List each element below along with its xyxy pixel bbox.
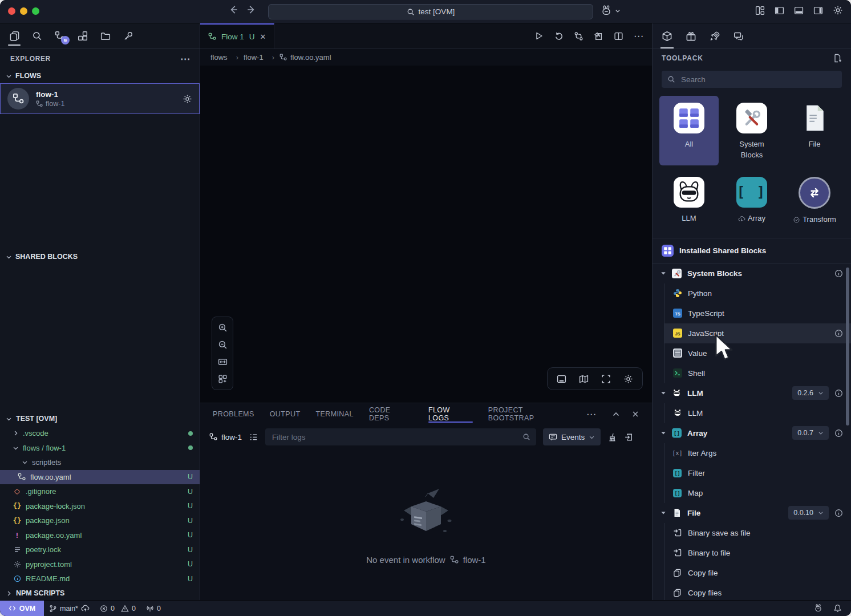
group-file[interactable]: File 0.0.10: [653, 503, 851, 523]
info-icon[interactable]: [834, 269, 843, 278]
block-item-javascript[interactable]: JS JavaScript: [664, 323, 851, 343]
events-filter-dropdown[interactable]: Events: [543, 428, 601, 445]
gift-tab-icon[interactable]: [686, 23, 696, 48]
auto-layout-icon[interactable]: [218, 374, 228, 384]
git-branch-status[interactable]: main*: [44, 604, 95, 613]
tree-item-package-lock-json[interactable]: {} package-lock.json U: [0, 499, 200, 514]
tree-item-scriptlets[interactable]: scriptlets: [0, 455, 200, 470]
minimize-window-button[interactable]: [20, 7, 27, 15]
block-item-llm[interactable]: LLM: [664, 403, 851, 423]
block-item-shell[interactable]: Shell: [664, 363, 851, 383]
block-item-python[interactable]: Python: [664, 283, 851, 303]
command-center-search[interactable]: test [OVM]: [268, 4, 593, 19]
flows-section-header[interactable]: FLOWS: [0, 68, 200, 83]
panel-more-tabs-icon[interactable]: ⋯: [586, 408, 597, 420]
search-view-icon[interactable]: [30, 26, 44, 46]
block-item-map[interactable]: [] Map: [664, 483, 851, 503]
notifications-bell-icon[interactable]: [833, 604, 842, 613]
info-icon[interactable]: [834, 509, 843, 517]
blocks-view-icon[interactable]: [75, 26, 90, 46]
close-panel-icon[interactable]: [631, 410, 639, 418]
scrollbar-thumb[interactable]: [846, 268, 849, 425]
split-editor-icon[interactable]: [614, 31, 623, 41]
tab-project-bootstrap[interactable]: PROJECT BOOTSTRAP: [488, 403, 571, 425]
rocket-tab-icon[interactable]: [710, 23, 720, 48]
run-flow-icon[interactable]: [534, 31, 544, 40]
rerun-icon[interactable]: [554, 31, 564, 41]
explorer-view-icon[interactable]: [7, 26, 22, 46]
group-llm[interactable]: LLM 0.2.6: [653, 383, 851, 403]
git-compare-icon[interactable]: [574, 31, 583, 41]
tile-llm[interactable]: LLM: [659, 170, 719, 230]
version-dropdown[interactable]: 0.2.6: [792, 386, 829, 400]
zoom-out-icon[interactable]: [218, 340, 228, 350]
tree-item-flows-flow-1[interactable]: flows / flow-1: [0, 441, 200, 456]
filter-logs-field[interactable]: [271, 432, 518, 442]
tile-transform[interactable]: Transform: [785, 170, 844, 230]
settings-gear-icon[interactable]: [833, 5, 843, 15]
group-system-blocks[interactable]: System Blocks: [653, 264, 851, 283]
minimap-icon[interactable]: [579, 374, 589, 384]
tree-item-pyproject-toml[interactable]: pyproject.toml U: [0, 557, 200, 572]
toolpack-search-field[interactable]: [680, 75, 836, 84]
tab-close-icon[interactable]: ✕: [260, 33, 266, 41]
tree-item-readme-md[interactable]: README.md U: [0, 572, 200, 586]
info-icon[interactable]: [834, 429, 843, 437]
flow-list-item-flow-1[interactable]: flow-1 flow-1: [0, 83, 200, 114]
folder-view-icon[interactable]: [98, 26, 113, 46]
tree-item-package-oo-yaml[interactable]: ! package.oo.yaml U: [0, 528, 200, 543]
shared-blocks-section-header[interactable]: SHARED BLOCKS: [0, 249, 200, 264]
toggle-sidebar-icon[interactable]: [775, 6, 784, 15]
block-item-copy-file[interactable]: Copy file: [664, 563, 851, 583]
rabbit-icon[interactable]: [813, 603, 823, 613]
tab-terminal[interactable]: TERMINAL: [315, 403, 353, 425]
flows-view-icon[interactable]: 9: [52, 26, 67, 46]
tab-output[interactable]: OUTPUT: [270, 403, 301, 425]
flow-settings-gear-icon[interactable]: [183, 94, 192, 104]
filter-logs-input[interactable]: [265, 428, 536, 445]
explorer-more-icon[interactable]: ⋯: [180, 53, 191, 65]
block-item-filter[interactable]: [] Filter: [664, 463, 851, 483]
more-actions-icon[interactable]: ⋯: [634, 30, 644, 42]
tree-item-package-json[interactable]: {} package.json U: [0, 513, 200, 528]
export-logs-icon[interactable]: [624, 432, 634, 442]
secrets-key-icon[interactable]: [121, 26, 136, 46]
log-list-icon[interactable]: [249, 432, 258, 442]
tile-system-blocks[interactable]: System Blocks: [722, 96, 781, 165]
info-icon[interactable]: [834, 329, 843, 338]
breadcrumb-item[interactable]: flow-1: [244, 53, 279, 62]
npm-scripts-section-header[interactable]: NPM SCRIPTS: [0, 586, 200, 601]
assistant-menu[interactable]: [600, 5, 621, 17]
block-item-binary-save-as-file[interactable]: Binary save as file: [664, 523, 851, 543]
maximize-panel-icon[interactable]: [612, 410, 620, 418]
toolpack-search[interactable]: [662, 71, 842, 88]
tree-item-flow-oo-yaml[interactable]: flow.oo.yaml U: [0, 470, 200, 485]
toolpack-tab-icon[interactable]: [662, 23, 672, 48]
canvas-settings-gear-icon[interactable]: [623, 374, 633, 384]
chat-tab-icon[interactable]: [734, 23, 744, 48]
tab-problems[interactable]: PROBLEMS: [213, 403, 254, 425]
version-dropdown[interactable]: 0.0.10: [788, 506, 829, 520]
fit-view-icon[interactable]: [218, 357, 228, 367]
block-item-value[interactable]: Value: [664, 343, 851, 363]
tree-root-test-ovm[interactable]: TEST [OVM]: [0, 412, 200, 427]
breadcrumb-item[interactable]: flows: [210, 53, 244, 62]
version-dropdown[interactable]: 0.0.7: [792, 426, 829, 440]
tile-file[interactable]: File: [785, 96, 844, 165]
tree-item-poetry-lock[interactable]: poetry.lock U: [0, 542, 200, 557]
close-window-button[interactable]: [8, 7, 15, 15]
export-flow-icon[interactable]: [594, 31, 603, 41]
tile-array[interactable]: [ ] Array: [722, 170, 781, 230]
tree-item-vscode[interactable]: .vscode: [0, 426, 200, 441]
new-toolpack-file-icon[interactable]: [833, 54, 842, 63]
block-item-binary-to-file[interactable]: Binary to file: [664, 543, 851, 563]
back-arrow-icon[interactable]: [228, 5, 238, 15]
block-item-typescript[interactable]: TS TypeScript: [664, 303, 851, 323]
zoom-in-icon[interactable]: [218, 323, 228, 333]
toggle-secondary-sidebar-icon[interactable]: [813, 6, 823, 15]
toggle-panel-icon[interactable]: [557, 374, 566, 384]
flow-canvas[interactable]: [200, 66, 652, 403]
forward-arrow-icon[interactable]: [246, 5, 257, 15]
tab-code-deps[interactable]: CODE DEPS: [369, 403, 413, 425]
clear-logs-broom-icon[interactable]: [607, 432, 617, 442]
